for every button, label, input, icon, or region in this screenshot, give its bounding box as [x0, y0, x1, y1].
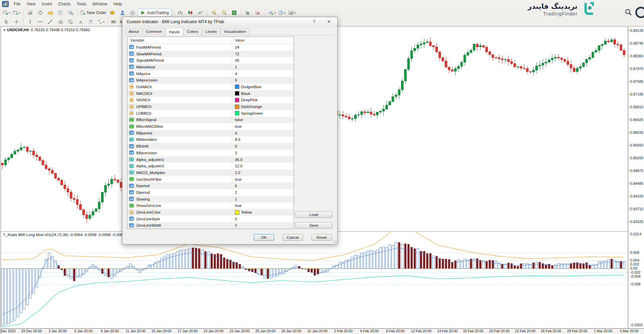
param-row-BBshift[interactable]: 123BBshift0	[128, 143, 294, 150]
param-row-MAmethod[interactable]: 123MAmethod1	[128, 64, 294, 70]
param-row-MAprice[interactable]: 123MAprice4	[128, 70, 294, 77]
param-row-Slowing[interactable]: 123Slowing1	[128, 196, 294, 203]
param-row-Alpha_adjuster2[interactable]: ½Alpha_adjuster212.0	[128, 163, 294, 169]
price-axis[interactable]: 0.891350.887450.883600.879700.875850.871…	[628, 26, 644, 328]
param-row-Alpha_adjuster1[interactable]: ½Alpha_adjuster136.0	[128, 156, 294, 163]
param-row-LOBBClr[interactable]: LOBBClrSpringGreen	[128, 110, 294, 117]
tile-windows-button[interactable]	[229, 9, 239, 17]
param-value-cell[interactable]: false	[232, 117, 294, 123]
zoom-out-button[interactable]	[219, 9, 229, 17]
param-row-SIGNClr[interactable]: SIGNClrDeepPink	[128, 97, 294, 104]
param-row-BBonMACDline[interactable]: BBonMACDlinetrue	[128, 123, 294, 130]
save-button[interactable]: Save	[295, 222, 332, 229]
chevron-down-icon[interactable]: ▾	[19, 11, 20, 14]
param-row-ZeroLineStyle[interactable]: 123ZeroLineStyle0	[128, 216, 294, 222]
param-value-cell[interactable]: DodgerBlue	[232, 84, 294, 90]
favorites-button[interactable]	[45, 9, 55, 17]
param-value-cell[interactable]: 2	[232, 189, 294, 196]
param-value-cell[interactable]: 8.0	[232, 136, 294, 143]
periods-button[interactable]: ▾	[277, 9, 287, 17]
ok-button[interactable]: OK	[254, 234, 274, 241]
param-value-cell[interactable]: 1	[232, 64, 294, 70]
param-row-UseStochFilter[interactable]: UseStochFiltertrue	[128, 176, 294, 183]
param-value-cell[interactable]: 4	[232, 130, 294, 136]
menu-tools[interactable]: Tools	[73, 1, 89, 7]
param-row-BBperiod[interactable]: 123BBperiod4	[128, 130, 294, 136]
templates-button[interactable]: ▾	[287, 9, 297, 17]
indicator-pane[interactable]: T_Kiads BMI Long Mod v01(24,72,36) -0.00…	[1, 231, 628, 329]
menu-window[interactable]: Window	[89, 1, 110, 7]
param-value-cell[interactable]: 2.0	[232, 169, 294, 176]
param-value-cell[interactable]: 5	[232, 77, 294, 84]
package-button[interactable]	[107, 9, 117, 17]
param-value-cell[interactable]: Yellow	[232, 209, 294, 216]
param-value-cell[interactable]: 5	[232, 182, 294, 189]
bar-chart-mode-button[interactable]	[175, 9, 185, 17]
menu-help[interactable]: Help	[110, 1, 125, 7]
param-value-cell[interactable]: 36	[232, 57, 294, 64]
param-row-ShowZeroLine[interactable]: ShowZeroLinetrue	[128, 203, 294, 209]
param-value-cell[interactable]: 72	[232, 51, 294, 57]
param-row-BBonSignal[interactable]: BBonSignalfalse	[128, 117, 294, 123]
param-row-SlowMAPeriod[interactable]: 123SlowMAPeriod72	[128, 51, 294, 57]
arrows-button[interactable]: ▾	[96, 18, 106, 26]
param-row-BBdeviation[interactable]: ½BBdeviation8.0	[128, 136, 294, 143]
new-chart-button[interactable]: ▾	[1, 9, 11, 17]
param-row-MACDClr[interactable]: MACDClrBlack	[128, 90, 294, 97]
param-value-cell[interactable]: Black	[232, 90, 294, 97]
auto-scroll-button[interactable]	[243, 9, 253, 17]
param-row-MACD_Multiplier[interactable]: ½MACD_Multiplier2.0	[128, 169, 294, 176]
equidistant-channel-button[interactable]: E	[55, 18, 65, 26]
text-button[interactable]: A	[76, 18, 86, 26]
market-watch-button[interactable]	[25, 9, 35, 17]
param-row-ZeroLineColor[interactable]: ZeroLineColorYellow	[128, 209, 294, 216]
trendline-button[interactable]	[45, 18, 55, 26]
param-row-SignalMAPeriod[interactable]: 123SignalMAPeriod36	[128, 57, 294, 64]
timeframe-m1[interactable]: M1	[109, 19, 118, 25]
param-value-cell[interactable]: 1	[232, 196, 294, 203]
resize-grip[interactable]	[333, 240, 337, 243]
param-value-cell[interactable]: 3	[232, 150, 294, 156]
param-value-cell[interactable]: true	[232, 176, 294, 183]
new-order-button[interactable]: New Order	[79, 9, 107, 17]
load-button[interactable]: Load	[295, 211, 332, 218]
line-chart-mode-button[interactable]	[195, 9, 205, 17]
date-axis[interactable]: 27 Dec 202329 Dec 00:003 Jan 20:005 Jan …	[1, 328, 644, 334]
chart-shift-button[interactable]	[253, 9, 263, 17]
zoom-in-button[interactable]	[209, 9, 219, 17]
param-value-cell[interactable]: 36.0	[232, 156, 294, 163]
chevron-down-icon[interactable]: ▾	[9, 11, 10, 14]
param-value-cell[interactable]: DeepPink	[232, 97, 294, 104]
param-row-ZeroLineWidth[interactable]: 123ZeroLineWidth2	[128, 222, 294, 229]
param-row-Dperiod[interactable]: 123Dperiod2	[128, 189, 294, 196]
chevron-down-icon[interactable]: ▾	[103, 20, 104, 23]
menu-charts[interactable]: Charts	[55, 1, 73, 7]
param-value-cell[interactable]: 24	[232, 44, 294, 51]
menu-insert[interactable]: Insert	[39, 1, 55, 7]
reset-button[interactable]: Reset	[311, 234, 332, 241]
chevron-down-icon[interactable]: ▾	[284, 11, 286, 14]
search-icon[interactable]	[625, 8, 632, 17]
param-value-cell[interactable]: 0	[232, 216, 294, 222]
param-value-cell[interactable]: SpringGreen	[232, 110, 294, 117]
cancel-button[interactable]: Cancel	[283, 234, 303, 241]
vertical-line-button[interactable]	[25, 18, 35, 26]
param-value-cell[interactable]: 0	[232, 143, 294, 150]
community-button[interactable]	[128, 9, 138, 17]
profiles-button[interactable]: ▾	[11, 9, 21, 17]
param-value-cell[interactable]: true	[232, 123, 294, 130]
param-row-FastMAPeriod[interactable]: 123FastMAPeriod24	[128, 44, 294, 51]
param-value-cell[interactable]: true	[232, 203, 294, 209]
chevron-down-icon[interactable]: ▾	[274, 11, 276, 14]
collapse-chart-icon[interactable]: ▼	[3, 29, 6, 32]
cursor-button[interactable]	[1, 18, 11, 26]
menu-view[interactable]: View	[23, 1, 39, 7]
param-value-cell[interactable]: 4	[232, 70, 294, 77]
text-label-button[interactable]: T	[86, 18, 96, 26]
crosshair-button[interactable]	[11, 18, 21, 26]
horizontal-line-button[interactable]	[35, 18, 45, 26]
param-row-MAprecision[interactable]: 123MAprecision5	[128, 77, 294, 84]
fibonacci-button[interactable]: F	[65, 18, 76, 26]
param-value-cell[interactable]: DarkOrange	[232, 103, 294, 110]
strategy-tester-button[interactable]	[65, 9, 76, 17]
